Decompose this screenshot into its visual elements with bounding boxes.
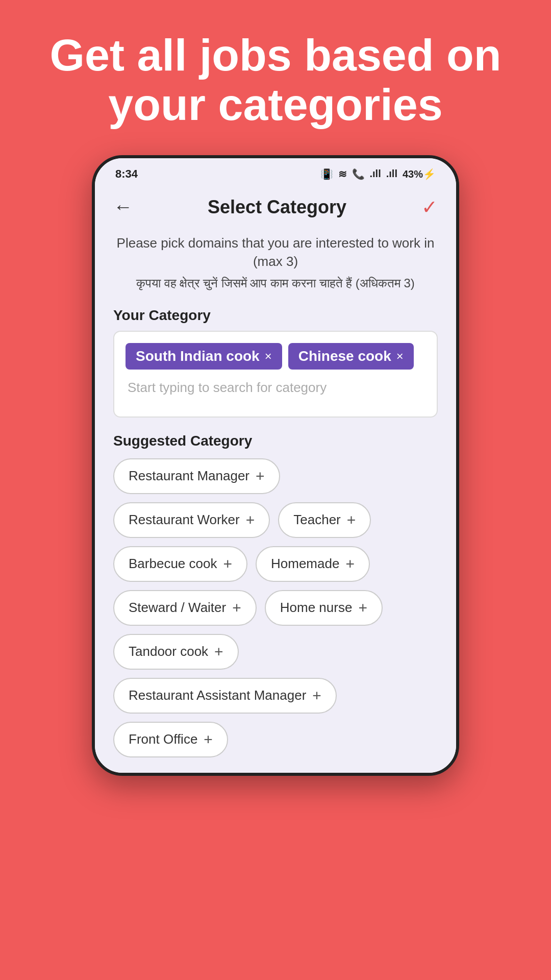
- chip-plus-restaurant-worker[interactable]: +: [246, 511, 255, 529]
- tag-chinese-cook[interactable]: Chinese cook ×: [288, 343, 414, 370]
- chip-restaurant-assistant-manager[interactable]: Restaurant Assistant Manager +: [113, 678, 337, 714]
- status-bar: 8:34 📳 ≋ 📞 .ıll .ıll 43%⚡: [95, 158, 456, 186]
- chip-label-home-nurse: Home nurse: [280, 600, 353, 616]
- subtitle-area: Please pick domains that you are interes…: [95, 229, 456, 302]
- hero-title: Get all jobs based on your categories: [41, 31, 510, 130]
- chip-plus-teacher[interactable]: +: [347, 511, 356, 529]
- chip-label-restaurant-worker: Restaurant Worker: [129, 512, 240, 528]
- chip-barbecue-cook[interactable]: Barbecue cook +: [113, 546, 247, 582]
- back-button[interactable]: ←: [113, 196, 133, 218]
- subtitle-hindi: कृपया वह क्षेत्र चुनें जिसमें आप काम करन…: [115, 275, 436, 292]
- status-bars1: .ıll: [370, 168, 381, 180]
- suggested-chips: Restaurant Manager + Restaurant Worker +…: [113, 458, 438, 757]
- main-content: Your Category South Indian cook × Chines…: [95, 302, 456, 773]
- chip-label-teacher: Teacher: [293, 512, 341, 528]
- chip-label-steward-waiter: Steward / Waiter: [129, 600, 226, 616]
- chip-plus-tandoor-cook[interactable]: +: [214, 643, 223, 660]
- status-bars2: .ıll: [386, 168, 397, 180]
- confirm-button[interactable]: ✓: [421, 196, 438, 218]
- status-signal: 📳: [320, 168, 333, 180]
- chip-plus-homemade[interactable]: +: [345, 555, 355, 573]
- chip-label-front-office: Front Office: [129, 731, 197, 747]
- chip-steward-waiter[interactable]: Steward / Waiter +: [113, 590, 257, 626]
- chip-home-nurse[interactable]: Home nurse +: [265, 590, 383, 626]
- top-nav: ← Select Category ✓: [95, 186, 456, 229]
- category-input-box[interactable]: South Indian cook × Chinese cook × Start…: [113, 331, 438, 418]
- chip-label-tandoor-cook: Tandoor cook: [129, 644, 208, 659]
- chip-restaurant-manager[interactable]: Restaurant Manager +: [113, 458, 280, 494]
- status-call: 📞: [352, 168, 365, 180]
- tag-label-chinese-cook: Chinese cook: [298, 348, 391, 364]
- chip-plus-barbecue-cook[interactable]: +: [223, 555, 232, 573]
- chip-plus-steward-waiter[interactable]: +: [232, 599, 241, 617]
- phone-wrapper: 8:34 📳 ≋ 📞 .ıll .ıll 43%⚡ ← Select Categ…: [92, 155, 459, 980]
- chip-homemade[interactable]: Homemade +: [256, 546, 370, 582]
- chip-label-barbecue-cook: Barbecue cook: [129, 556, 217, 572]
- chip-plus-restaurant-manager[interactable]: +: [256, 468, 265, 485]
- chip-teacher[interactable]: Teacher +: [278, 502, 371, 538]
- your-category-label: Your Category: [113, 307, 438, 324]
- chip-plus-restaurant-assistant-manager[interactable]: +: [312, 687, 321, 704]
- category-search-placeholder[interactable]: Start typing to search for category: [126, 377, 425, 399]
- status-time: 8:34: [115, 167, 138, 181]
- chip-label-restaurant-assistant-manager: Restaurant Assistant Manager: [129, 688, 306, 703]
- page-title: Select Category: [208, 197, 346, 218]
- phone-frame: 8:34 📳 ≋ 📞 .ıll .ıll 43%⚡ ← Select Categ…: [92, 155, 459, 776]
- tag-remove-chinese-cook[interactable]: ×: [396, 349, 404, 363]
- chip-front-office[interactable]: Front Office +: [113, 722, 228, 757]
- tag-remove-south-indian-cook[interactable]: ×: [265, 349, 272, 363]
- selected-tags: South Indian cook × Chinese cook ×: [126, 343, 425, 370]
- status-icons: 📳 ≋ 📞 .ıll .ıll 43%⚡: [320, 168, 436, 180]
- suggested-category-label: Suggested Category: [113, 433, 438, 449]
- status-battery: 43%⚡: [403, 168, 436, 180]
- tag-south-indian-cook[interactable]: South Indian cook ×: [126, 343, 282, 370]
- chip-restaurant-worker[interactable]: Restaurant Worker +: [113, 502, 270, 538]
- subtitle-english: Please pick domains that you are interes…: [115, 234, 436, 271]
- chip-label-restaurant-manager: Restaurant Manager: [129, 468, 249, 484]
- tag-label-south-indian-cook: South Indian cook: [136, 348, 260, 364]
- status-wifi: ≋: [338, 168, 347, 180]
- hero-section: Get all jobs based on your categories: [0, 0, 551, 155]
- chip-plus-home-nurse[interactable]: +: [358, 599, 367, 617]
- chip-plus-front-office[interactable]: +: [204, 731, 213, 748]
- chip-tandoor-cook[interactable]: Tandoor cook +: [113, 634, 239, 670]
- chip-label-homemade: Homemade: [271, 556, 339, 572]
